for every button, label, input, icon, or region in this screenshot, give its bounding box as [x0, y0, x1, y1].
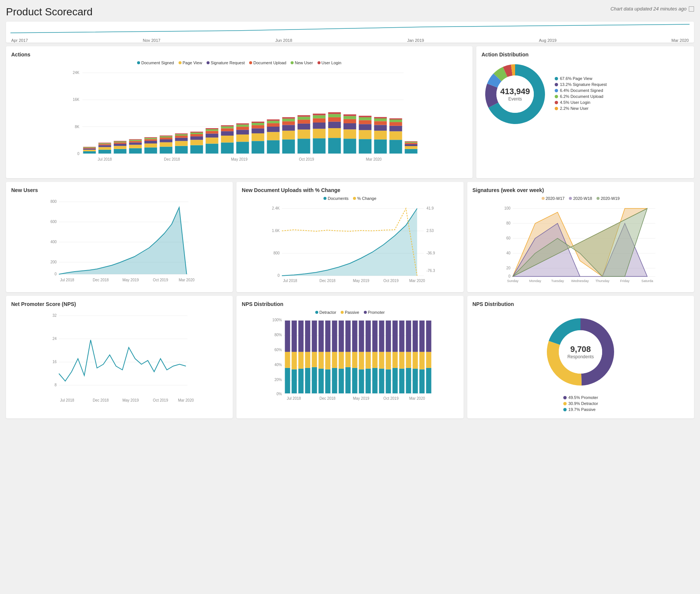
svg-rect-56: [206, 143, 219, 154]
svg-text:40: 40: [506, 251, 511, 255]
svg-text:24K: 24K: [73, 71, 80, 75]
svg-text:Oct 2019: Oct 2019: [384, 396, 399, 400]
svg-rect-97: [298, 115, 310, 117]
svg-text:8: 8: [55, 383, 57, 387]
svg-rect-42: [160, 136, 173, 137]
svg-rect-12: [83, 147, 96, 148]
svg-rect-100: [313, 123, 326, 129]
svg-rect-35: [145, 139, 157, 140]
svg-text:Oct 2019: Oct 2019: [384, 279, 399, 283]
svg-rect-114: [344, 116, 356, 119]
svg-rect-80: [267, 140, 280, 154]
svg-rect-33: [145, 143, 157, 148]
svg-rect-254: [346, 367, 351, 393]
svg-text:-76.3: -76.3: [427, 269, 435, 273]
svg-rect-25: [114, 141, 127, 142]
svg-rect-107: [328, 117, 341, 122]
svg-rect-41: [160, 137, 173, 139]
svg-text:Friday: Friday: [620, 279, 630, 283]
svg-rect-126: [374, 118, 387, 121]
svg-text:24: 24: [53, 337, 57, 341]
svg-rect-106: [328, 122, 341, 128]
svg-rect-53: [191, 134, 203, 136]
svg-rect-131: [390, 122, 402, 126]
action-distribution-total: 413,949: [500, 87, 530, 96]
svg-text:-36.9: -36.9: [427, 251, 435, 255]
svg-rect-69: [236, 134, 249, 142]
svg-rect-108: [328, 114, 341, 117]
svg-rect-122: [374, 139, 387, 154]
svg-rect-277: [393, 321, 398, 352]
svg-rect-292: [426, 321, 431, 352]
svg-rect-281: [406, 368, 411, 393]
svg-rect-15: [99, 147, 111, 150]
svg-rect-255: [346, 352, 351, 367]
svg-rect-27: [129, 145, 142, 148]
actions-card: Actions Document SignedPage ViewSignatur…: [6, 46, 473, 178]
nps-dist-bar-chart: 100% 80% 60% 40% 20% 0% Jul 2018 Dec 201…: [242, 317, 458, 406]
nps-dist-bar-card: NPS Distribution DetractorPassivePromote…: [236, 296, 463, 418]
svg-rect-133: [390, 118, 402, 120]
svg-rect-119: [359, 120, 372, 124]
svg-rect-257: [352, 368, 357, 393]
svg-text:100: 100: [504, 206, 511, 210]
svg-rect-274: [386, 321, 391, 352]
svg-rect-109: [328, 112, 341, 114]
svg-rect-91: [282, 117, 295, 119]
svg-rect-34: [145, 141, 157, 143]
expand-icon[interactable]: [689, 6, 694, 12]
svg-rect-233: [298, 369, 304, 393]
svg-text:May 2019: May 2019: [353, 279, 369, 283]
doc-uploads-title: New Document Uploads with % Change: [242, 187, 458, 193]
svg-text:0: 0: [55, 272, 57, 276]
svg-text:Mar 2020: Mar 2020: [409, 396, 425, 400]
timeline-labels: Apr 2017 Nov 2017 Jun 2018 Jan 2019 Aug …: [11, 38, 689, 43]
svg-rect-49: [175, 133, 188, 134]
svg-rect-120: [359, 117, 372, 120]
svg-rect-13: [83, 147, 96, 147]
svg-rect-229: [285, 321, 290, 352]
chart-update: Chart data updated 24 minutes ago: [610, 6, 694, 12]
nps-dist-bar-legend: DetractorPassivePromoter: [242, 310, 458, 315]
svg-rect-245: [325, 369, 331, 393]
svg-rect-99: [313, 129, 326, 139]
svg-rect-276: [393, 352, 398, 368]
svg-text:2.53: 2.53: [427, 229, 434, 233]
svg-text:Saturda: Saturda: [641, 279, 653, 283]
svg-rect-266: [372, 368, 378, 393]
svg-rect-236: [305, 368, 310, 393]
svg-rect-130: [390, 126, 402, 132]
svg-rect-242: [319, 369, 324, 393]
svg-rect-50: [191, 145, 203, 154]
svg-rect-94: [298, 124, 310, 130]
timeline-label-1: Nov 2017: [143, 38, 160, 43]
action-distribution-legend: 67.6% Page View13.2% Signature Request6.…: [555, 76, 607, 112]
svg-rect-228: [285, 352, 290, 368]
svg-rect-252: [339, 352, 344, 369]
svg-rect-82: [267, 127, 280, 132]
svg-rect-248: [332, 368, 337, 393]
svg-rect-112: [344, 123, 356, 129]
svg-rect-85: [267, 120, 280, 121]
signatures-wow-chart: 100 80 60 40 20 0 Sunday Mo: [473, 203, 689, 285]
svg-text:2.4K: 2.4K: [272, 206, 280, 210]
timeline-label-3: Jan 2019: [407, 38, 424, 43]
svg-text:41.9: 41.9: [427, 206, 434, 210]
svg-rect-32: [145, 148, 157, 154]
svg-rect-23: [114, 142, 127, 144]
svg-text:600: 600: [50, 220, 57, 224]
svg-text:32: 32: [53, 313, 57, 318]
svg-rect-92: [298, 139, 310, 154]
svg-rect-110: [344, 139, 356, 154]
svg-rect-291: [426, 352, 431, 368]
svg-rect-64: [221, 131, 234, 136]
svg-text:100%: 100%: [272, 318, 282, 322]
svg-rect-264: [366, 352, 371, 369]
svg-rect-61: [206, 128, 219, 129]
signatures-wow-title: Signatures (week over week): [473, 187, 689, 193]
svg-rect-268: [372, 321, 378, 352]
svg-rect-67: [221, 125, 234, 126]
svg-rect-90: [282, 119, 295, 121]
svg-rect-57: [206, 137, 219, 143]
svg-rect-117: [359, 130, 372, 139]
